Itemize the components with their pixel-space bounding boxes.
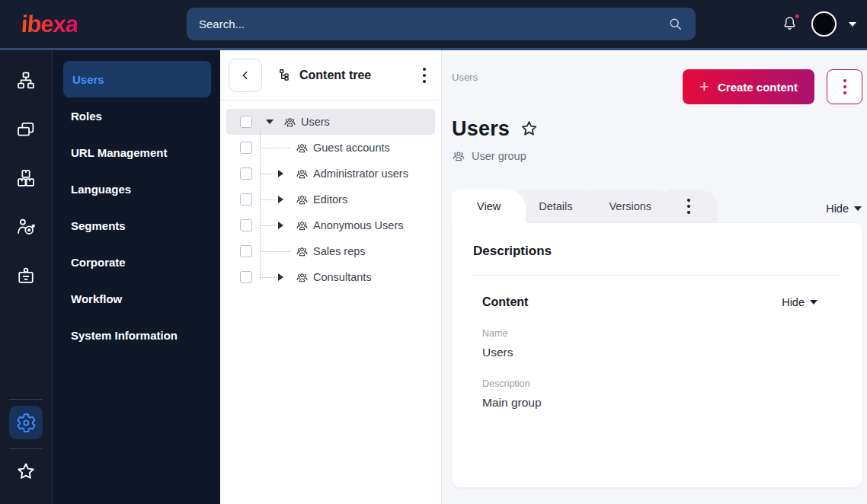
sidebar-item-label: Roles: [71, 110, 102, 123]
tree-item-consultants[interactable]: Consultants: [226, 264, 435, 290]
content-tree-title: Content tree: [278, 68, 371, 82]
tab-versions[interactable]: Versions: [586, 190, 676, 223]
section-hide-toggle[interactable]: Hide: [782, 296, 818, 308]
tree-item-checkbox[interactable]: [240, 167, 252, 180]
tree-item-administrator-users[interactable]: Administrator users: [226, 161, 435, 187]
user-group-icon: [296, 245, 309, 258]
rail-item-corporate[interactable]: [9, 259, 43, 292]
sidebar-item-label: Corporate: [71, 256, 126, 269]
content-tree-panel: Content tree Users: [220, 50, 442, 504]
plus-icon: +: [699, 78, 709, 95]
tree-item-checkbox[interactable]: [240, 116, 252, 128]
tabs-row: View Details Versions Hide: [452, 190, 862, 223]
rail-item-pages[interactable]: [9, 113, 43, 146]
ibexa-logo[interactable]: ibexa: [21, 12, 78, 36]
tree-item-checkbox[interactable]: [240, 271, 252, 283]
rail-item-admin-settings[interactable]: [9, 406, 43, 439]
tab-label: View: [477, 200, 501, 212]
tree-item-label: Guest accounts: [313, 142, 390, 154]
bookmark-star-icon[interactable]: [519, 119, 539, 139]
tree-options-kebab-icon[interactable]: [420, 63, 429, 88]
icon-rail: [0, 50, 53, 504]
content-type-row: User group: [452, 149, 862, 163]
sidebar-item-system-information[interactable]: System Information: [53, 317, 220, 353]
collapse-tree-button[interactable]: [229, 59, 262, 92]
sidebar-item-label: System Information: [71, 329, 178, 342]
rail-item-personalization[interactable]: [9, 210, 43, 244]
collapse-node-icon[interactable]: [266, 120, 274, 124]
content-section-head: Content Hide: [482, 295, 818, 309]
tree-item-checkbox[interactable]: [240, 219, 252, 231]
field-value-description: Main group: [482, 396, 818, 410]
sidebar-item-label: Languages: [71, 183, 131, 196]
content-section-title: Content: [482, 295, 528, 309]
rail-item-products[interactable]: [9, 161, 43, 195]
title-row: Users: [452, 117, 862, 141]
rail-item-bookmarks[interactable]: [9, 455, 43, 489]
card-divider: [473, 275, 841, 276]
content-tree-icon: [278, 68, 293, 82]
expand-node-icon[interactable]: [278, 273, 283, 281]
caret-down-icon: [810, 300, 817, 305]
user-menu-caret-icon[interactable]: [849, 22, 856, 27]
audience-target-icon: [15, 216, 37, 238]
expand-node-icon[interactable]: [278, 196, 283, 203]
tree-item-anonymous-users[interactable]: Anonymous Users: [226, 212, 435, 238]
tree-item-guest-accounts[interactable]: Guest accounts: [226, 135, 435, 161]
create-content-label: Create content: [718, 81, 798, 94]
user-group-icon: [296, 167, 309, 180]
content-type-label: User group: [472, 150, 526, 162]
tree-item-label: Editors: [313, 193, 347, 206]
tree-item-label: Consultants: [313, 271, 372, 283]
field-label-description: Description: [482, 378, 818, 389]
sitemap-icon: [15, 70, 37, 91]
expand-node-icon[interactable]: [278, 222, 283, 229]
sidebar-item-url-management[interactable]: URL Management: [53, 134, 220, 171]
hide-toggle-label: Hide: [782, 296, 805, 308]
sidebar-item-users[interactable]: Users: [63, 61, 211, 97]
tree-item-checkbox[interactable]: [240, 193, 252, 206]
content-tree-list: Users Guest accounts: [220, 109, 441, 290]
bell-icon[interactable]: [781, 14, 799, 34]
tree-item-label: Sales reps: [313, 245, 366, 257]
page-options-button[interactable]: [827, 69, 862, 104]
hide-toggle[interactable]: Hide: [826, 203, 862, 215]
tree-item-checkbox[interactable]: [240, 142, 252, 154]
kebab-icon: [684, 194, 693, 219]
tree-connector: [252, 212, 296, 238]
content-tree-title-text: Content tree: [299, 69, 371, 82]
rail-item-content[interactable]: [9, 64, 43, 97]
tree-item-label: Administrator users: [313, 167, 408, 180]
user-group-icon: [452, 149, 465, 163]
tab-details[interactable]: Details: [515, 190, 596, 223]
create-content-button[interactable]: + Create content: [683, 69, 814, 104]
sidebar-item-label: Workflow: [71, 292, 122, 305]
search-icon[interactable]: [667, 16, 683, 32]
tree-connector: [252, 264, 296, 290]
tree-item-editors[interactable]: Editors: [226, 187, 435, 212]
sidebar-item-label: URL Management: [71, 146, 167, 159]
expand-node-icon[interactable]: [278, 170, 283, 177]
sidebar-item-corporate[interactable]: Corporate: [53, 244, 220, 280]
sidebar-item-segments[interactable]: Segments: [53, 207, 220, 244]
tree-item-label: Anonymous Users: [313, 219, 403, 231]
sidebar-item-roles[interactable]: Roles: [53, 97, 220, 134]
avatar[interactable]: [811, 11, 837, 37]
sidebar-item-languages[interactable]: Languages: [53, 171, 220, 207]
search-input[interactable]: [199, 18, 667, 30]
user-group-icon: [283, 116, 296, 129]
hide-toggle-label: Hide: [826, 203, 849, 215]
kebab-icon: [840, 75, 849, 99]
view-tab-card: Descriptions Content Hide Name Users Des…: [452, 223, 862, 487]
tree-item-sales-reps[interactable]: Sales reps: [226, 238, 435, 264]
breadcrumb[interactable]: Users: [452, 69, 478, 83]
product-boxes-icon: [15, 167, 37, 189]
user-group-icon: [296, 219, 309, 232]
tree-connector: [252, 135, 296, 161]
user-group-icon: [296, 142, 309, 155]
sidebar-item-workflow[interactable]: Workflow: [53, 280, 220, 317]
tab-view[interactable]: View: [452, 190, 526, 223]
tree-item-users[interactable]: Users: [226, 109, 435, 135]
global-search[interactable]: [187, 8, 696, 40]
tree-item-checkbox[interactable]: [240, 245, 252, 257]
